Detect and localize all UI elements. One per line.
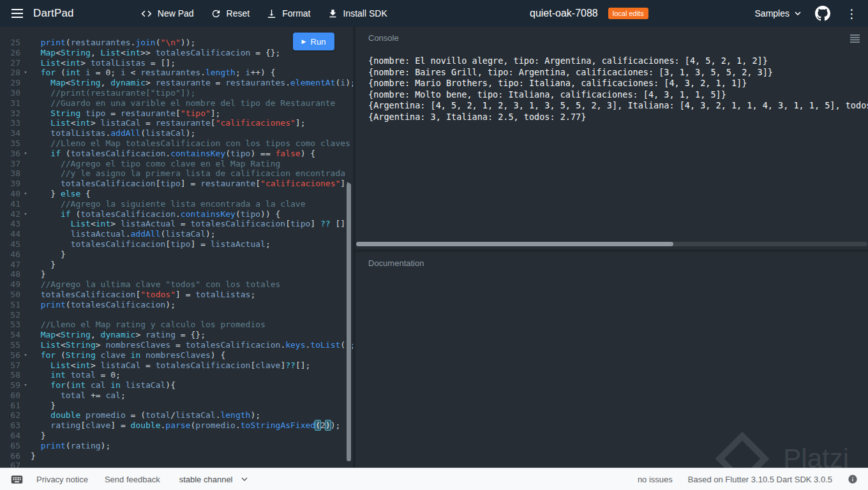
code-line[interactable]: 65 print(rating); — [0, 441, 353, 451]
code-line[interactable]: 63 rating[clave] = double.parse(promedio… — [0, 420, 353, 431]
code-line[interactable]: 50 totalesCalificacion["todos"] = totalL… — [0, 290, 353, 300]
fold-toggle-icon[interactable]: ▾ — [20, 68, 31, 78]
line-number: 66 — [0, 451, 20, 461]
code-line[interactable]: 36▾ if (totalesCalificacion.containsKey(… — [0, 149, 353, 159]
code-line[interactable]: 60 total += cal; — [0, 390, 353, 401]
keyboard-icon[interactable] — [10, 473, 24, 486]
line-number: 35 — [0, 138, 20, 149]
fold-toggle-icon[interactable]: ▾ — [20, 350, 31, 360]
code-line[interactable]: 27 List<int> totalListas = []; — [0, 58, 353, 68]
reset-label: Reset — [227, 8, 250, 19]
code-line[interactable]: 43 List<int> listaActual = totalesCalifi… — [0, 219, 353, 229]
code-line[interactable]: 41 //Agrego la siguiente lista encontrad… — [0, 199, 353, 209]
line-number: 58 — [0, 370, 20, 380]
line-number: 41 — [0, 199, 20, 209]
code-line[interactable]: 55 List<String> nombresClaves = totalesC… — [0, 340, 353, 350]
code-line[interactable]: 62 double promedio = (total/listaCal.len… — [0, 410, 353, 420]
fold-gutter — [20, 260, 31, 270]
menu-icon[interactable] — [11, 9, 24, 18]
fold-gutter — [20, 108, 31, 119]
code-line[interactable]: 38 //y le asigno la primera lista de cal… — [0, 168, 353, 179]
code-line[interactable]: 32 String tipo = restaurante["tipo"]; — [0, 108, 353, 119]
fold-toggle-icon[interactable]: ▾ — [20, 209, 31, 219]
line-number: 50 — [0, 290, 20, 300]
code-line[interactable]: 34 totalListas.addAll(listaCal); — [0, 128, 353, 138]
line-number: 56 — [0, 350, 20, 360]
privacy-notice-link[interactable]: Privacy notice — [36, 475, 88, 484]
code-line[interactable]: 61 } — [0, 401, 353, 411]
code-line[interactable]: 28▾ for (int i = 0; i < restaurantes.len… — [0, 68, 353, 78]
fold-gutter — [20, 290, 31, 300]
code-line[interactable]: 35 //Lleno el Map totalesCalificacion co… — [0, 138, 353, 149]
code-line[interactable]: 46 } — [0, 249, 353, 260]
editor-scrollbar[interactable] — [347, 183, 351, 461]
fold-toggle-icon[interactable]: ▾ — [20, 189, 31, 199]
fold-gutter — [20, 98, 31, 108]
code-line[interactable]: 48 } — [0, 269, 353, 279]
code-line[interactable]: 59▾ for(int cal in listaCal){ — [0, 380, 353, 390]
fold-gutter — [20, 88, 31, 98]
code-line[interactable]: 47 } — [0, 260, 353, 270]
reset-button[interactable]: Reset — [211, 8, 250, 19]
new-pad-button[interactable]: New Pad — [140, 8, 194, 20]
line-number: 33 — [0, 118, 20, 128]
fold-gutter — [20, 390, 31, 401]
code-editor-panel: 25 print(restaurantes.join("\n"));26 Map… — [0, 27, 353, 468]
fold-toggle-icon[interactable]: ▾ — [20, 149, 31, 159]
format-button[interactable]: Format — [266, 8, 310, 19]
code-text: List<int> listaActual = totalesCalificac… — [31, 219, 350, 229]
channel-dropdown[interactable]: stable channel — [179, 475, 248, 484]
code-line[interactable]: 54 Map<String, dynamic> rating = {}; — [0, 330, 353, 340]
code-line[interactable]: 44 listaActual.addAll(listaCal); — [0, 229, 353, 239]
code-line[interactable]: 66} — [0, 451, 353, 461]
samples-dropdown[interactable]: Samples — [755, 8, 801, 19]
code-line[interactable]: 30 //print(restaurante["tipo"]); — [0, 88, 353, 98]
fold-gutter — [20, 249, 31, 260]
fold-toggle-icon[interactable]: ▾ — [20, 380, 31, 390]
code-line[interactable]: 37 //Agrego el tipo como clave en el Map… — [0, 159, 353, 169]
code-line[interactable]: 56▾ for (String clave in nombresClaves) … — [0, 350, 353, 360]
install-sdk-label: Install SDK — [343, 8, 387, 19]
code-line[interactable]: 33 List<int> listaCal = restaurante["cal… — [0, 118, 353, 128]
code-line[interactable]: 39 totalesCalificacion[tipo] = restauran… — [0, 179, 353, 189]
code-area[interactable]: 25 print(restaurantes.join("\n"));26 Map… — [0, 38, 353, 468]
console-hscroll-thumb[interactable] — [356, 242, 673, 246]
code-text: for(int cal in listaCal){ — [31, 380, 176, 390]
console-line: {nombre: Molto bene, tipo: Italiana, cal… — [368, 89, 868, 101]
run-label: Run — [311, 37, 326, 47]
code-line[interactable]: 51 print(totalesCalificacion); — [0, 300, 353, 310]
code-line[interactable]: 58 int total = 0; — [0, 370, 353, 380]
code-text: List<int> listaCal = restaurante["califi… — [31, 118, 306, 128]
info-icon[interactable] — [848, 474, 858, 484]
code-line[interactable]: 57 List<int> listaCal = totalesCalificac… — [0, 360, 353, 371]
code-text: totalesCalificacion[tipo] = listaActual; — [31, 239, 271, 249]
line-number: 61 — [0, 401, 20, 411]
code-line[interactable]: 53 //Lleno el Map rating y calculo los p… — [0, 320, 353, 330]
code-icon — [140, 8, 153, 20]
code-line[interactable]: 29 Map<String, dynamic> restaurante = re… — [0, 78, 353, 88]
install-sdk-button[interactable]: Install SDK — [327, 8, 387, 19]
send-feedback-link[interactable]: Send feedback — [105, 475, 160, 484]
code-line[interactable]: 64 } — [0, 431, 353, 441]
code-line[interactable]: 45 totalesCalificacion[tipo] = listaActu… — [0, 239, 353, 249]
code-line[interactable]: 49 //Agrego la ultima clave "todos" con … — [0, 279, 353, 290]
line-number: 57 — [0, 360, 20, 371]
clear-console-icon[interactable] — [850, 34, 860, 45]
code-line[interactable]: 40▾ } else { — [0, 189, 353, 199]
overflow-menu-icon[interactable]: ⋮ — [844, 8, 859, 20]
code-line[interactable]: 67 — [0, 461, 353, 468]
console-hscroll-track[interactable] — [356, 242, 867, 246]
code-line[interactable]: 52 — [0, 310, 353, 320]
github-icon[interactable] — [815, 6, 830, 21]
code-text: listaActual.addAll(listaCal); — [31, 229, 216, 239]
code-line[interactable]: 42▾ if (totalesCalificacion.containsKey(… — [0, 209, 353, 219]
fold-gutter — [20, 159, 31, 169]
code-line[interactable]: 31 //Guardo en una varible el nombre del… — [0, 98, 353, 108]
fold-gutter — [20, 441, 31, 451]
code-text: //Agrego la ultima clave "todos" con los… — [31, 279, 280, 290]
fold-gutter — [20, 420, 31, 431]
code-text: print(restaurantes.join("\n")); — [31, 38, 195, 48]
run-button[interactable]: ▶ Run — [293, 33, 334, 50]
app-logo: DartPad — [33, 7, 74, 20]
line-number: 49 — [0, 279, 20, 290]
